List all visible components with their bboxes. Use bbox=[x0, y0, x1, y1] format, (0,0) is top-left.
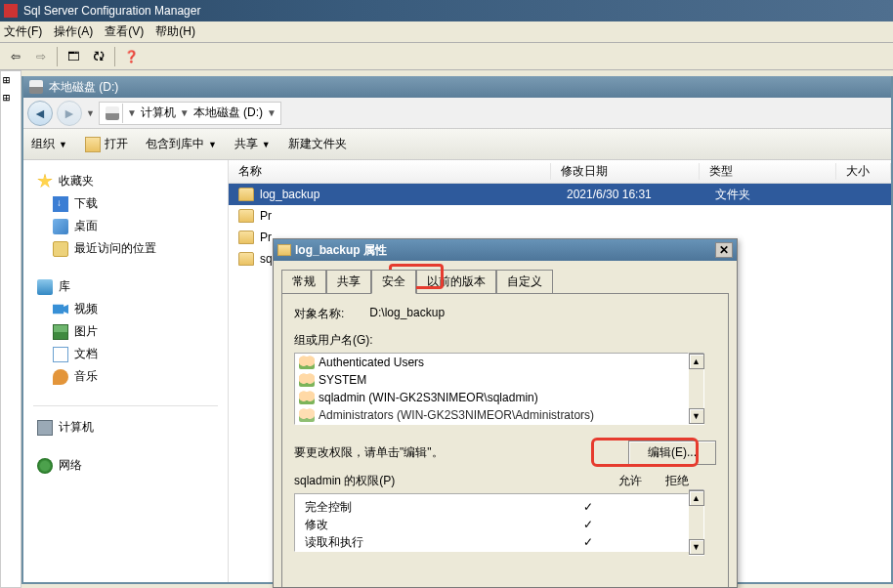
chevron-right-icon[interactable]: ▼ bbox=[180, 107, 190, 118]
nav-back-button[interactable]: ◄ bbox=[27, 101, 53, 126]
sidebar-libraries[interactable]: 库 bbox=[37, 275, 214, 298]
list-header: 名称 修改日期 类型 大小 bbox=[229, 160, 891, 184]
tab-panel-security: 对象名称: D:\log_backup 组或用户名(G): Authentica… bbox=[281, 293, 729, 588]
tabstrip: 常规 共享 安全 以前的版本 自定义 bbox=[274, 261, 737, 293]
sidebar-downloads[interactable]: 下载 bbox=[37, 192, 214, 215]
console-icon[interactable]: 🗔 bbox=[62, 45, 85, 68]
tab-general[interactable]: 常规 bbox=[281, 270, 326, 294]
scroll-down-icon[interactable]: ▼ bbox=[689, 539, 704, 555]
user-icon bbox=[299, 391, 315, 404]
chevron-down-icon[interactable]: ▼ bbox=[127, 107, 137, 118]
tab-sharing[interactable]: 共享 bbox=[326, 270, 371, 294]
check-icon: ✓ bbox=[559, 535, 617, 549]
drive-icon bbox=[29, 80, 43, 94]
permission-list[interactable]: 完全控制✓ 修改✓ 读取和执行✓ bbox=[294, 493, 689, 552]
sidebar-pictures[interactable]: 图片 bbox=[37, 320, 214, 343]
folder-icon bbox=[238, 231, 254, 244]
sidebar-favorites[interactable]: 收藏夹 bbox=[37, 170, 214, 192]
list-item[interactable]: Pr bbox=[229, 205, 891, 227]
check-icon: ✓ bbox=[559, 500, 617, 514]
divider bbox=[57, 47, 58, 66]
deny-label: 拒绝 bbox=[665, 473, 689, 489]
explorer-titlebar[interactable]: 本地磁盘 (D:) bbox=[23, 76, 891, 98]
sidebar-documents[interactable]: 文档 bbox=[37, 343, 214, 365]
scroll-down-icon[interactable]: ▼ bbox=[689, 408, 704, 424]
sqlmgr-titlebar: Sql Server Configuration Manager bbox=[0, 0, 893, 21]
organize-button[interactable]: 组织 ▼ bbox=[31, 136, 67, 152]
list-item[interactable]: sqladmin (WIN-GK2S3NIMEOR\sqladmin) bbox=[295, 389, 688, 406]
list-item[interactable]: Administrators (WIN-GK2S3NIMEOR\Administ… bbox=[295, 406, 688, 424]
separator bbox=[33, 405, 218, 406]
tab-custom[interactable]: 自定义 bbox=[496, 270, 553, 294]
refresh-icon[interactable]: 🗘 bbox=[87, 45, 110, 68]
menu-view[interactable]: 查看(V) bbox=[105, 23, 144, 40]
object-name-value: D:\log_backup bbox=[369, 306, 445, 322]
video-icon bbox=[53, 302, 68, 317]
document-icon bbox=[53, 347, 68, 362]
col-name[interactable]: 名称 bbox=[229, 163, 551, 180]
perm-row: 读取和执行✓ bbox=[295, 533, 688, 551]
menu-action[interactable]: 操作(A) bbox=[54, 23, 93, 40]
scroll-up-icon[interactable]: ▲ bbox=[689, 490, 704, 506]
scrollbar[interactable]: ▲ ▼ bbox=[689, 489, 704, 556]
group-user-list[interactable]: Authenticated Users SYSTEM sqladmin (WIN… bbox=[294, 353, 689, 425]
open-button[interactable]: 打开 bbox=[85, 136, 128, 152]
group-user-label: 组或用户名(G): bbox=[294, 332, 716, 349]
nav-fwd-button[interactable]: ► bbox=[57, 101, 82, 126]
explorer-toolbar: 组织 ▼ 打开 包含到库中 ▼ 共享 ▼ 新建文件夹 bbox=[23, 129, 891, 160]
tree-expand-icon[interactable]: ⊞ bbox=[1, 71, 21, 89]
explorer-nav: ◄ ► ▼ ▼ 计算机 ▼ 本地磁盘 (D:) ▼ bbox=[23, 98, 891, 129]
folder-icon bbox=[238, 188, 254, 201]
sidebar-recent[interactable]: 最近访问的位置 bbox=[37, 237, 214, 260]
help-icon[interactable]: ❓ bbox=[119, 45, 143, 68]
menu-file[interactable]: 文件(F) bbox=[4, 23, 42, 40]
col-type[interactable]: 类型 bbox=[700, 163, 836, 180]
perm-row: 修改✓ bbox=[295, 516, 688, 533]
perm-row: 完全控制✓ bbox=[295, 498, 688, 516]
bc-computer[interactable]: 计算机 bbox=[141, 105, 176, 121]
bc-drive[interactable]: 本地磁盘 (D:) bbox=[193, 105, 263, 121]
scrollbar[interactable]: ▲ ▼ bbox=[689, 353, 704, 425]
tab-previous[interactable]: 以前的版本 bbox=[416, 270, 496, 294]
users-icon bbox=[299, 356, 315, 369]
include-library-button[interactable]: 包含到库中 ▼ bbox=[146, 136, 217, 152]
scroll-up-icon[interactable]: ▲ bbox=[689, 354, 704, 369]
history-dropdown-icon[interactable]: ▼ bbox=[86, 108, 95, 118]
tree-expand-icon[interactable]: ⊞ bbox=[1, 89, 21, 106]
breadcrumb[interactable]: ▼ 计算机 ▼ 本地磁盘 (D:) ▼ bbox=[99, 102, 281, 125]
list-item[interactable]: SYSTEM bbox=[295, 371, 688, 389]
dialog-titlebar[interactable]: log_backup 属性 ✕ bbox=[274, 239, 737, 261]
menu-help[interactable]: 帮助(H) bbox=[155, 23, 195, 40]
col-date[interactable]: 修改日期 bbox=[551, 163, 700, 180]
perm-label: sqladmin 的权限(P) bbox=[294, 473, 395, 489]
library-icon bbox=[37, 279, 53, 295]
sidebar-network[interactable]: 网络 bbox=[37, 454, 214, 477]
folder-icon bbox=[277, 244, 291, 256]
share-button[interactable]: 共享 ▼ bbox=[234, 136, 271, 152]
computer-icon bbox=[37, 420, 53, 436]
allow-label: 允许 bbox=[618, 473, 642, 489]
sidebar-computer[interactable]: 计算机 bbox=[37, 416, 214, 439]
chevron-right-icon[interactable]: ▼ bbox=[267, 107, 276, 118]
sidebar-desktop[interactable]: 桌面 bbox=[37, 215, 214, 237]
desktop-icon bbox=[53, 219, 68, 234]
list-item[interactable]: log_backup 2021/6/30 16:31 文件夹 bbox=[229, 184, 891, 205]
tab-security[interactable]: 安全 bbox=[371, 270, 416, 294]
close-button[interactable]: ✕ bbox=[715, 242, 733, 258]
object-name-label: 对象名称: bbox=[294, 306, 344, 322]
divider bbox=[114, 47, 115, 66]
users-icon bbox=[299, 408, 315, 422]
sidebar-videos[interactable]: 视频 bbox=[37, 298, 214, 320]
sqlmgr-title: Sql Server Configuration Manager bbox=[23, 4, 200, 18]
folder-icon bbox=[238, 252, 254, 266]
music-icon bbox=[53, 369, 68, 385]
edit-button[interactable]: 编辑(E)... bbox=[628, 441, 716, 465]
list-item[interactable]: Authenticated Users bbox=[295, 354, 688, 371]
properties-dialog: log_backup 属性 ✕ 常规 共享 安全 以前的版本 自定义 对象名称:… bbox=[273, 238, 738, 588]
back-icon[interactable]: ⇦ bbox=[4, 45, 27, 68]
sidebar-music[interactable]: 音乐 bbox=[37, 365, 214, 388]
col-size[interactable]: 大小 bbox=[836, 163, 891, 180]
forward-icon[interactable]: ⇨ bbox=[29, 45, 53, 68]
new-folder-button[interactable]: 新建文件夹 bbox=[288, 136, 347, 152]
star-icon bbox=[37, 174, 53, 189]
